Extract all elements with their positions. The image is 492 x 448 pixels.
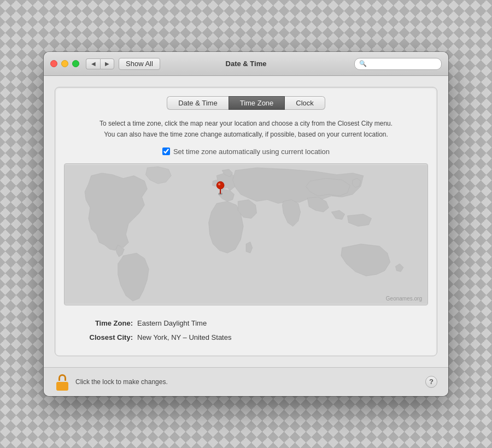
content-area: Date & Time Time Zone Clock To select a … <box>44 76 448 367</box>
auto-timezone-checkbox[interactable] <box>162 148 170 155</box>
title-bar: ◀ ▶ Show All Date & Time 🔍 <box>44 52 448 76</box>
nav-buttons: ◀ ▶ <box>86 58 114 69</box>
search-icon: 🔍 <box>359 60 367 67</box>
lock-shackle <box>58 374 66 381</box>
closest-city-row: Closest City: New York, NY – United Stat… <box>73 331 419 345</box>
search-input[interactable] <box>369 60 437 68</box>
search-box[interactable]: 🔍 <box>354 58 442 70</box>
bottom-bar: Click the lock to make changes. ? <box>44 367 448 396</box>
closest-city-label: Closest City: <box>73 331 133 345</box>
world-map[interactable]: Geonames.org <box>64 163 428 305</box>
lock-icon[interactable] <box>55 373 70 391</box>
svg-point-3 <box>218 183 220 185</box>
settings-panel: Date & Time Time Zone Clock To select a … <box>55 87 437 356</box>
auto-timezone-row: Set time zone automatically using curren… <box>64 148 428 156</box>
map-svg <box>65 164 427 305</box>
lock-body <box>56 382 68 391</box>
lock-text: Click the lock to make changes. <box>75 378 168 386</box>
tab-bar: Date & Time Time Zone Clock <box>64 96 428 110</box>
timezone-value: Eastern Daylight Time <box>137 316 207 331</box>
tab-clock[interactable]: Clock <box>285 96 325 110</box>
map-watermark: Geonames.org <box>386 296 422 302</box>
help-button[interactable]: ? <box>425 376 437 388</box>
tab-time-zone[interactable]: Time Zone <box>229 96 285 110</box>
window-title: Date & Time <box>226 60 267 68</box>
auto-timezone-label: Set time zone automatically using curren… <box>173 148 330 156</box>
description-text: To select a time zone, click the map nea… <box>64 119 428 139</box>
main-window: ◀ ▶ Show All Date & Time 🔍 Date & Time T… <box>44 52 448 396</box>
timezone-info: Time Zone: Eastern Daylight Time Closest… <box>64 314 428 347</box>
show-all-button[interactable]: Show All <box>119 58 160 70</box>
tab-date-time[interactable]: Date & Time <box>167 96 229 110</box>
svg-point-2 <box>216 181 224 189</box>
timezone-label: Time Zone: <box>73 316 133 331</box>
timezone-row: Time Zone: Eastern Daylight Time <box>73 316 419 331</box>
closest-city-value: New York, NY – United States <box>137 331 231 345</box>
maximize-button[interactable] <box>72 60 79 67</box>
traffic-lights <box>50 60 79 67</box>
forward-button[interactable]: ▶ <box>100 58 114 69</box>
back-button[interactable]: ◀ <box>86 58 100 69</box>
close-button[interactable] <box>50 60 57 67</box>
minimize-button[interactable] <box>61 60 68 67</box>
